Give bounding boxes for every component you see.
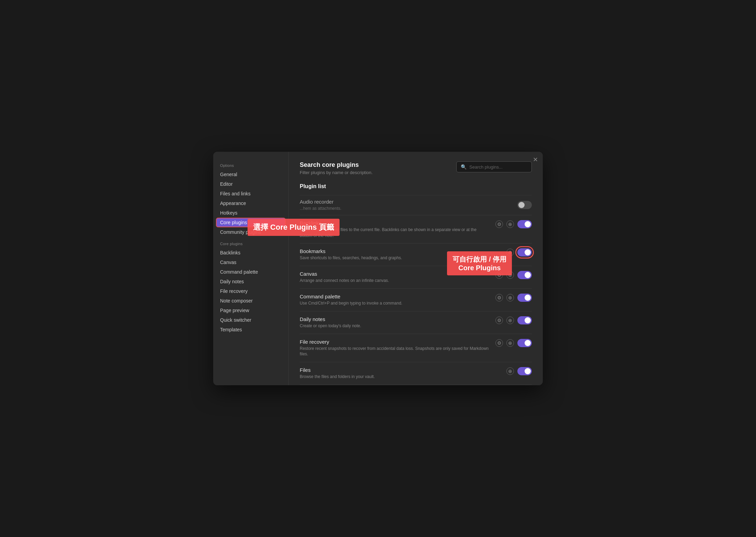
sidebar-item-files-and-links[interactable]: Files and links bbox=[213, 189, 288, 198]
settings-modal: 選擇 Core Plugins 頁籤 可自行啟用 / 停用 Core Plugi… bbox=[213, 152, 543, 385]
sidebar-item-command-palette[interactable]: Command palette bbox=[213, 267, 288, 277]
plugin-desc-bookmarks: Save shortcuts to files, searches, headi… bbox=[300, 255, 501, 261]
sidebar-item-page-preview[interactable]: Page preview bbox=[213, 306, 288, 315]
toggle-knob-backlinks bbox=[525, 221, 531, 227]
toggle-knob-file-recovery bbox=[525, 340, 531, 346]
sidebar-item-core-plugins[interactable]: Core plugins bbox=[216, 218, 286, 227]
sidebar-item-note-composer[interactable]: Note composer bbox=[213, 296, 288, 306]
sidebar-item-community-plugins[interactable]: Community plugins bbox=[213, 227, 288, 237]
main-content: Search core plugins Filter plugins by na… bbox=[289, 152, 543, 385]
plugin-name-files: Files bbox=[300, 367, 501, 373]
toggle-file-recovery[interactable] bbox=[517, 339, 532, 347]
plugin-list-title: Plugin list bbox=[300, 183, 532, 190]
gear-icon-file-recovery[interactable]: ⚙ bbox=[495, 339, 503, 347]
search-icon: 🔍 bbox=[461, 164, 467, 170]
plus-icon-command-palette[interactable]: ⊕ bbox=[506, 294, 514, 301]
search-header: Search core plugins Filter plugins by na… bbox=[300, 161, 532, 175]
sidebar-item-hotkeys[interactable]: Hotkeys bbox=[213, 208, 288, 218]
plugin-desc-file-recovery: Restore recent snapshots to recover from… bbox=[300, 346, 490, 357]
plus-icon-bookmarks[interactable]: ⊕ bbox=[506, 249, 514, 256]
sidebar-item-templates[interactable]: Templates bbox=[213, 325, 288, 334]
plus-icon-canvas[interactable]: ⊕ bbox=[506, 271, 514, 279]
plus-icon-files[interactable]: ⊕ bbox=[506, 367, 514, 375]
plugin-name-file-recovery: File recovery bbox=[300, 339, 490, 345]
plugin-name-daily-notes: Daily notes bbox=[300, 316, 490, 322]
plugin-desc-audio-recorder: ...hem as attachments. bbox=[300, 206, 512, 212]
toggle-canvas[interactable] bbox=[517, 271, 532, 279]
sidebar-item-file-recovery[interactable]: File recovery bbox=[213, 286, 288, 296]
toggle-files[interactable] bbox=[517, 367, 532, 375]
plugin-desc-canvas: Arrange and connect notes on an infinite… bbox=[300, 278, 490, 284]
close-button[interactable]: ✕ bbox=[533, 157, 538, 163]
toggle-backlinks[interactable] bbox=[517, 220, 532, 228]
gear-icon-canvas[interactable]: ⚙ bbox=[495, 271, 503, 279]
plugin-item-backlinks: Backlinks Show links from other files to… bbox=[300, 215, 532, 243]
plugin-item-audio-recorder: Audio recorder ...hem as attachments. bbox=[300, 195, 532, 215]
search-core-plugins-subtitle: Filter plugins by name or description. bbox=[300, 170, 373, 175]
plugin-item-daily-notes: Daily notes Create or open today's daily… bbox=[300, 311, 532, 334]
sidebar-item-canvas[interactable]: Canvas bbox=[213, 258, 288, 267]
plugin-name-bookmarks: Bookmarks bbox=[300, 248, 501, 254]
plugin-name-command-palette: Command palette bbox=[300, 294, 490, 299]
plus-icon-file-recovery[interactable]: ⊕ bbox=[506, 339, 514, 347]
sidebar-item-daily-notes[interactable]: Daily notes bbox=[213, 277, 288, 286]
sidebar: Options General Editor Files and links A… bbox=[213, 152, 289, 385]
plus-icon-backlinks[interactable]: ⊕ bbox=[506, 220, 514, 228]
sidebar-item-editor[interactable]: Editor bbox=[213, 179, 288, 189]
plugin-desc-files: Browse the files and folders in your vau… bbox=[300, 374, 501, 380]
search-input[interactable] bbox=[469, 164, 527, 170]
plugin-item-bookmarks: Bookmarks Save shortcuts to files, searc… bbox=[300, 243, 532, 266]
core-plugins-section-label: Core plugins bbox=[213, 237, 288, 248]
sidebar-item-quick-switcher[interactable]: Quick switcher bbox=[213, 315, 288, 325]
plus-icon-daily-notes[interactable]: ⊕ bbox=[506, 317, 514, 324]
toggle-command-palette[interactable] bbox=[517, 294, 532, 302]
plugin-item-file-recovery: File recovery Restore recent snapshots t… bbox=[300, 334, 532, 362]
gear-icon-backlinks[interactable]: ⚙ bbox=[495, 220, 503, 228]
plugin-desc-command-palette: Use Cmd/Ctrl+P and begin typing to invok… bbox=[300, 300, 490, 306]
plugin-desc-daily-notes: Create or open today's daily note. bbox=[300, 323, 490, 329]
sidebar-item-appearance[interactable]: Appearance bbox=[213, 198, 288, 208]
plugin-item-command-palette: Command palette Use Cmd/Ctrl+P and begin… bbox=[300, 288, 532, 311]
toggle-daily-notes[interactable] bbox=[517, 316, 532, 324]
toggle-knob-daily-notes bbox=[525, 317, 531, 323]
search-box[interactable]: 🔍 bbox=[456, 161, 532, 172]
plugin-item-files: Files Browse the files and folders in yo… bbox=[300, 362, 532, 385]
toggle-bookmarks[interactable] bbox=[517, 248, 532, 256]
toggle-knob-canvas bbox=[525, 272, 531, 278]
toggle-audio-recorder[interactable] bbox=[517, 201, 532, 209]
plugin-name-backlinks: Backlinks bbox=[300, 220, 490, 226]
plugin-desc-backlinks: Show links from other files to the curre… bbox=[300, 227, 490, 239]
plugin-item-format-converter: Format converter Convert Markdown from o… bbox=[300, 385, 532, 385]
search-core-plugins-title: Search core plugins bbox=[300, 161, 373, 169]
toggle-knob-bookmarks bbox=[525, 249, 531, 255]
toggle-knob-files bbox=[525, 368, 531, 374]
options-section-label: Options bbox=[213, 159, 288, 170]
gear-icon-command-palette[interactable]: ⚙ bbox=[495, 294, 503, 301]
search-header-text: Search core plugins Filter plugins by na… bbox=[300, 161, 373, 175]
sidebar-item-general[interactable]: General bbox=[213, 170, 288, 179]
plugin-name-audio-recorder: Audio recorder bbox=[300, 199, 512, 205]
plugin-item-canvas: Canvas Arrange and connect notes on an i… bbox=[300, 266, 532, 288]
plugin-name-canvas: Canvas bbox=[300, 271, 490, 277]
sidebar-item-backlinks[interactable]: Backlinks bbox=[213, 248, 288, 258]
toggle-knob-command-palette bbox=[525, 295, 531, 301]
toggle-knob-audio-recorder bbox=[518, 202, 525, 208]
gear-icon-daily-notes[interactable]: ⚙ bbox=[495, 317, 503, 324]
